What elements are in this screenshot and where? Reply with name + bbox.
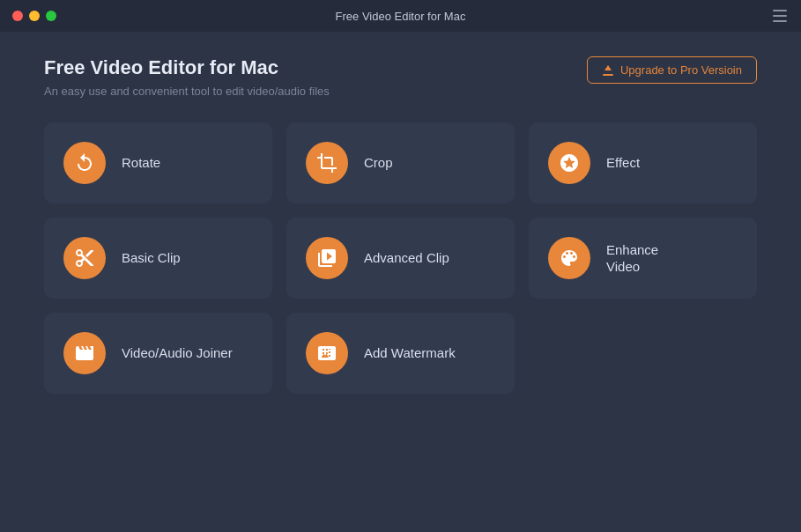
rotate-label: Rotate [122,154,160,172]
advanced-clip-icon [316,248,337,269]
tools-grid: Rotate Crop Effect [44,122,757,394]
titlebar: Free Video Editor for Mac [0,0,801,32]
tool-basic-clip[interactable]: Basic Clip [44,218,272,299]
watermark-label: Add Watermark [364,344,456,362]
app-title: Free Video Editor for Mac [44,56,330,79]
empty-cell [529,313,757,394]
watermark-icon [316,343,337,364]
window-title: Free Video Editor for Mac [336,10,466,23]
maximize-button[interactable] [46,11,56,21]
tools-row-3: Video/Audio Joiner Add Watermark [44,313,757,394]
menu-icon[interactable] [771,7,789,25]
tools-row-1: Rotate Crop Effect [44,122,757,203]
crop-label: Crop [364,154,393,172]
tool-rotate[interactable]: Rotate [44,122,272,203]
basic-clip-label: Basic Clip [122,249,181,267]
crop-icon [316,152,337,174]
advanced-clip-label: Advanced Clip [364,249,449,267]
tool-effect[interactable]: Effect [529,122,757,203]
upgrade-icon [602,64,614,77]
tool-add-watermark[interactable]: Add Watermark [286,313,515,394]
effect-icon-circle [548,142,590,184]
tool-crop[interactable]: Crop [286,122,515,203]
rotate-icon [74,152,95,174]
crop-icon-circle [306,142,348,184]
enhance-video-label: EnhanceVideo [606,241,658,276]
tool-video-audio-joiner[interactable]: Video/Audio Joiner [44,313,272,394]
traffic-lights [12,11,56,21]
basic-clip-icon-circle [63,237,106,279]
svg-rect-3 [603,74,613,76]
close-button[interactable] [12,11,23,21]
tool-advanced-clip[interactable]: Advanced Clip [286,218,515,299]
watermark-icon-circle [306,332,348,374]
svg-rect-2 [773,20,787,22]
main-content: Free Video Editor for Mac An easy use an… [0,32,801,415]
upgrade-button[interactable]: Upgrade to Pro Versioin [587,56,757,84]
effect-label: Effect [606,154,640,172]
scissors-icon [74,248,95,269]
advanced-clip-icon-circle [306,237,348,279]
tools-row-2: Basic Clip Advanced Clip EnhanceVi [44,218,757,299]
tool-enhance-video[interactable]: EnhanceVideo [529,218,757,299]
joiner-label: Video/Audio Joiner [122,344,233,362]
rotate-icon-circle [63,142,106,184]
app-subtitle: An easy use and convenient tool to edit … [44,85,330,98]
palette-icon [559,248,580,269]
effect-icon [559,152,580,174]
svg-marker-4 [604,65,612,70]
app-info: Free Video Editor for Mac An easy use an… [44,56,330,98]
minimize-button[interactable] [29,11,40,21]
enhance-video-icon-circle [548,237,590,279]
header-row: Free Video Editor for Mac An easy use an… [44,56,757,98]
svg-rect-0 [773,10,787,11]
svg-rect-1 [773,15,787,17]
joiner-icon-circle [63,332,106,374]
film-icon [74,343,95,364]
